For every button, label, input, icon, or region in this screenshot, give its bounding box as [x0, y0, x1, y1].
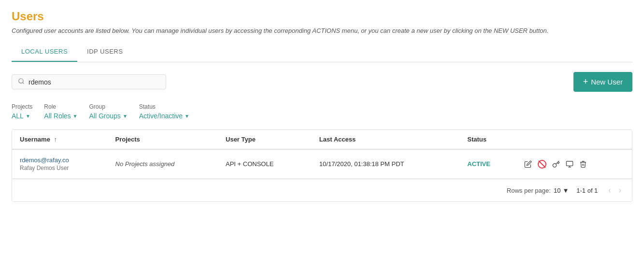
page-info: 1-1 of 1 [576, 187, 598, 194]
svg-rect-2 [566, 161, 572, 166]
table-row: rdemos@rafay.co Rafay Demos User No Proj… [12, 149, 632, 179]
filter-projects-select[interactable]: ALL ▼ [12, 112, 32, 120]
search-icon [18, 78, 25, 86]
new-user-label: New User [591, 78, 623, 86]
table-header-row: Username ↑ Projects User Type Last Acces… [12, 130, 632, 149]
users-table-container: Username ↑ Projects User Type Last Acces… [12, 129, 632, 202]
col-projects: Projects [108, 130, 218, 149]
chevron-down-icon: ▼ [562, 187, 569, 194]
tab-local-users[interactable]: LOCAL USERS [12, 42, 77, 62]
filter-status-label: Status [139, 103, 189, 110]
page-navigation: ‹ › [605, 185, 624, 196]
toolbar: + New User [12, 72, 632, 92]
chevron-down-icon: ▼ [123, 113, 128, 119]
filter-status-value: Active/Inactive [139, 112, 183, 120]
users-table: Username ↑ Projects User Type Last Acces… [12, 130, 632, 179]
ban-circle [538, 160, 546, 169]
filter-group-select[interactable]: All Groups ▼ [89, 112, 128, 120]
chevron-down-icon: ▼ [73, 113, 78, 119]
chevron-down-icon: ▼ [185, 113, 189, 119]
filter-status: Status Active/Inactive ▼ [139, 103, 189, 120]
tab-idp-users[interactable]: IDP USERS [77, 42, 132, 62]
filters-bar: Projects ALL ▼ Role All Roles ▼ Group Al… [12, 103, 632, 120]
svg-point-0 [19, 79, 23, 83]
cell-status: ACTIVE [459, 149, 516, 179]
filter-projects: Projects ALL ▼ [12, 103, 32, 120]
key-icon[interactable] [552, 160, 560, 168]
col-status: Status [459, 130, 516, 149]
filter-projects-value: ALL [12, 112, 24, 120]
ban-icon[interactable] [538, 160, 546, 169]
col-username: Username ↑ [12, 130, 108, 149]
user-fullname: Rafay Demos User [20, 165, 100, 171]
cell-actions [516, 149, 632, 179]
cell-last-access: 10/17/2020, 01:38:18 PM PDT [312, 149, 459, 179]
cell-projects: No Projects assigned [108, 149, 218, 179]
svg-line-1 [23, 83, 24, 84]
chevron-down-icon: ▼ [26, 113, 30, 119]
page-description: Configured user accounts are listed belo… [12, 27, 632, 34]
filter-group: Group All Groups ▼ [89, 103, 128, 120]
delete-icon[interactable] [579, 160, 587, 168]
filter-role-value: All Roles [44, 112, 71, 120]
filter-role: Role All Roles ▼ [44, 103, 77, 120]
filter-role-label: Role [44, 103, 77, 110]
col-last-access: Last Access [312, 130, 459, 149]
rows-per-page-group: Rows per page: 10 ▼ [507, 187, 569, 194]
search-input[interactable] [29, 78, 160, 86]
col-user-type: User Type [218, 130, 312, 149]
filter-group-label: Group [89, 103, 128, 110]
username-link[interactable]: rdemos@rafay.co [20, 156, 69, 164]
tabs-container: LOCAL USERS IDP USERS [12, 42, 632, 62]
filter-projects-label: Projects [12, 103, 32, 110]
status-badge: ACTIVE [467, 160, 490, 168]
rows-per-page-select[interactable]: 10 ▼ [554, 187, 569, 194]
next-page-button[interactable]: › [616, 185, 624, 196]
plus-icon: + [583, 77, 588, 87]
search-box [12, 74, 166, 89]
cell-username: rdemos@rafay.co Rafay Demos User [12, 149, 108, 179]
cell-user-type: API + CONSOLE [218, 149, 312, 179]
monitor-icon[interactable] [566, 160, 573, 168]
edit-icon[interactable] [524, 160, 532, 168]
no-projects-text: No Projects assigned [115, 160, 175, 168]
rows-per-page-value: 10 [554, 187, 560, 194]
rows-per-page-label: Rows per page: [507, 187, 551, 194]
page-wrapper: Users Configured user accounts are liste… [0, 0, 644, 269]
prev-page-button[interactable]: ‹ [605, 185, 614, 196]
sort-up-icon: ↑ [54, 136, 57, 143]
page-title: Users [12, 10, 632, 23]
col-actions [516, 130, 632, 149]
pagination-bar: Rows per page: 10 ▼ 1-1 of 1 ‹ › [12, 179, 632, 201]
filter-role-select[interactable]: All Roles ▼ [44, 112, 77, 120]
filter-status-select[interactable]: Active/Inactive ▼ [139, 112, 189, 120]
row-actions [524, 160, 624, 169]
filter-group-value: All Groups [89, 112, 121, 120]
new-user-button[interactable]: + New User [573, 72, 632, 92]
